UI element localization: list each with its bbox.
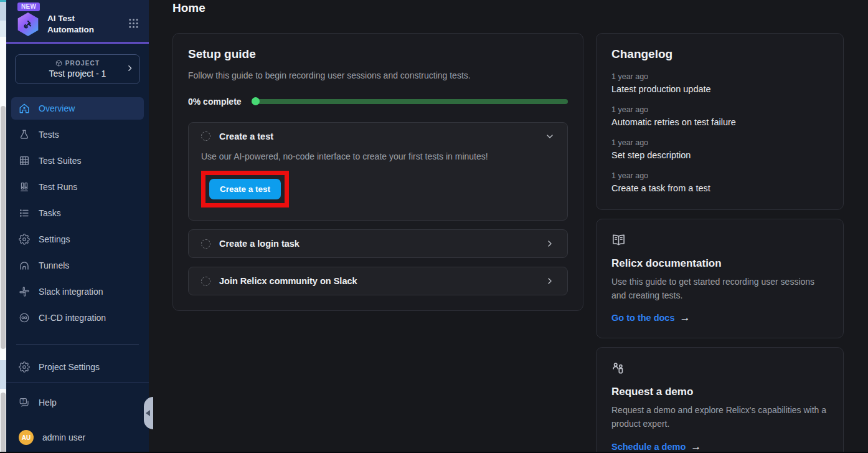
step-title: Create a test — [219, 131, 273, 141]
step-header[interactable]: Join Relicx community on Slack — [189, 267, 567, 295]
project-name: Test project - 1 — [22, 69, 133, 79]
background-segment — [0, 2, 6, 21]
sidebar-item-label: Tunnels — [39, 260, 69, 270]
sidebar-item-label: Help — [39, 398, 57, 408]
chevron-right-icon — [545, 239, 555, 249]
setup-step-join-slack-community: Join Relicx community on Slack — [188, 267, 568, 295]
columns-icon — [19, 181, 30, 193]
changelog-entry-title: Latest production update — [611, 84, 828, 94]
sidebar-divider — [16, 344, 139, 345]
request-demo-card: Request a demo Request a demo and explor… — [596, 347, 844, 453]
background-scrollbar-thumb — [1, 393, 6, 453]
chevron-left-icon — [146, 410, 150, 416]
sidebar-item-label: Overview — [39, 103, 75, 113]
link-label: Go to the docs — [611, 313, 675, 323]
go-to-docs-link[interactable]: Go to the docs → — [611, 312, 828, 324]
sidebar-item-label: CI-CD integration — [39, 313, 106, 323]
changelog-card: Changelog 1 year ago Latest production u… — [596, 33, 844, 210]
background-segment — [0, 21, 6, 37]
sidebar-collapse-handle[interactable] — [144, 397, 153, 429]
grid-icon — [19, 155, 30, 166]
progress-bar — [252, 99, 568, 104]
sidebar-item-label: Test Runs — [39, 182, 77, 192]
sidebar-nav: Overview Tests Test Suites Test Runs — [11, 97, 144, 333]
sidebar-item-label: Test Suites — [39, 156, 81, 166]
user-menu[interactable]: AU admin user — [11, 426, 144, 449]
changelog-time: 1 year ago — [611, 138, 828, 147]
changelog-time: 1 year ago — [611, 72, 828, 81]
changelog-entry[interactable]: 1 year ago Latest production update — [611, 72, 828, 94]
step-title: Create a login task — [219, 239, 300, 249]
action-highlight-box: Create a test — [201, 171, 289, 207]
sidebar-item-label: Slack integration — [39, 287, 103, 297]
avatar: AU — [19, 430, 34, 445]
changelog-entry[interactable]: 1 year ago Set step description — [611, 138, 828, 160]
project-selector[interactable]: PROJECT Test project - 1 — [15, 54, 140, 84]
sidebar-item-test-suites[interactable]: Test Suites — [11, 150, 144, 172]
changelog-title: Changelog — [611, 47, 828, 61]
sidebar-item-label: Tasks — [39, 208, 61, 218]
setup-guide-subtitle: Follow this guide to begin recording use… — [188, 69, 568, 83]
sidebar-item-tunnels[interactable]: Tunnels — [11, 254, 144, 277]
app-name: AI Test Automation — [47, 13, 105, 35]
incomplete-step-icon — [201, 131, 210, 141]
step-header[interactable]: Create a login task — [189, 230, 567, 257]
link-label: Schedule a demo — [611, 442, 686, 452]
arrow-right-icon: → — [691, 441, 701, 453]
progress-knob — [252, 97, 260, 105]
setup-guide-title: Setup guide — [188, 47, 568, 61]
request-demo-description: Request a demo and explore Relicx's capa… — [611, 404, 828, 431]
cicd-icon — [19, 312, 30, 323]
chevron-right-icon — [126, 64, 134, 75]
create-a-test-button[interactable]: Create a test — [209, 179, 281, 199]
incomplete-step-icon — [201, 239, 210, 249]
sidebar-item-label: Settings — [39, 234, 70, 244]
step-header[interactable]: Create a test — [189, 123, 567, 150]
project-label: PROJECT — [65, 60, 100, 67]
setup-guide-card: Setup guide Follow this guide to begin r… — [172, 33, 583, 311]
help-chat-icon: ? — [19, 397, 30, 408]
right-column: Changelog 1 year ago Latest production u… — [596, 33, 844, 453]
background-scrollbar-thumb — [1, 106, 6, 349]
svg-text:?: ? — [22, 399, 24, 403]
request-demo-title: Request a demo — [611, 386, 828, 398]
gear-icon — [19, 361, 30, 373]
page-title: Home — [172, 1, 844, 15]
user-name: admin user — [42, 432, 85, 442]
book-icon — [611, 239, 626, 249]
sidebar-item-project-settings[interactable]: Project Settings — [11, 356, 144, 378]
progress-label: 0% complete — [188, 97, 242, 107]
documentation-description: Use this guide to get started recording … — [611, 275, 828, 302]
app-switcher-grid-icon[interactable] — [128, 18, 139, 31]
changelog-time: 1 year ago — [611, 171, 828, 180]
app-logo-icon — [16, 12, 40, 36]
documentation-title: Relicx documentation — [611, 257, 828, 270]
setup-progress: 0% complete — [188, 97, 568, 107]
schedule-demo-link[interactable]: Schedule a demo → — [611, 441, 828, 453]
sidebar-item-settings[interactable]: Settings — [11, 228, 144, 250]
background-window-sliver[interactable] — [0, 0, 6, 453]
background-segment — [0, 360, 6, 389]
step-title: Join Relicx community on Slack — [219, 276, 357, 286]
sidebar-item-tests[interactable]: Tests — [11, 123, 144, 146]
home-icon — [19, 103, 30, 114]
setup-step-create-a-login-task: Create a login task — [188, 229, 568, 258]
changelog-entry[interactable]: 1 year ago Automatic retries on test fai… — [611, 105, 828, 127]
sidebar-item-cicd-integration[interactable]: CI-CD integration — [11, 307, 144, 329]
sidebar-item-overview[interactable]: Overview — [11, 97, 144, 120]
sidebar: NEW AI Test Automation PRO — [6, 0, 149, 453]
setup-step-create-a-test: Create a test Use our AI-powered, no-cod… — [188, 122, 568, 221]
sidebar-item-slack-integration[interactable]: Slack integration — [11, 280, 144, 303]
sidebar-item-help[interactable]: ? Help — [11, 391, 144, 414]
changelog-entry[interactable]: 1 year ago Create a task from a test — [611, 171, 828, 193]
changelog-entry-title: Create a task from a test — [611, 183, 828, 193]
sidebar-item-test-runs[interactable]: Test Runs — [11, 176, 144, 198]
chevron-down-icon — [545, 131, 555, 141]
arrow-right-icon: → — [680, 312, 691, 324]
changelog-entry-title: Automatic retries on test failure — [611, 117, 828, 127]
sidebar-item-tasks[interactable]: Tasks — [11, 202, 144, 224]
changelog-entry-title: Set step description — [611, 150, 828, 160]
sidebar-item-label: Project Settings — [39, 362, 100, 372]
people-icon — [611, 367, 626, 378]
app-logo-row[interactable]: AI Test Automation — [16, 12, 139, 36]
